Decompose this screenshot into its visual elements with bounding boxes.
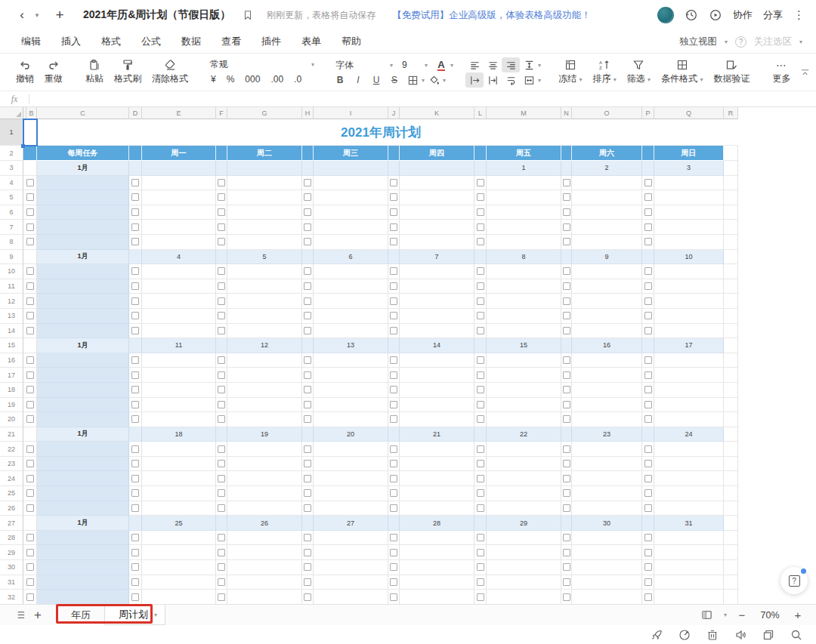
date-cell[interactable]: 18	[142, 427, 216, 442]
task-checkbox[interactable]	[26, 578, 34, 586]
grid-cell[interactable]	[400, 235, 474, 250]
text-color-caret-icon[interactable]: ▾	[450, 62, 453, 69]
grid-cell[interactable]	[388, 486, 400, 501]
grid-cell[interactable]	[37, 412, 129, 427]
task-checkbox[interactable]	[26, 460, 34, 467]
grid-cell[interactable]	[142, 575, 216, 590]
grid-cell[interactable]	[654, 294, 724, 309]
grid-cell[interactable]	[642, 250, 654, 265]
row-header-6[interactable]: 6	[0, 205, 23, 220]
grid-cell[interactable]	[474, 309, 487, 324]
grid-cell[interactable]	[724, 383, 738, 398]
task-checkbox[interactable]	[131, 549, 139, 556]
task-checkbox[interactable]	[131, 179, 139, 186]
task-checkbox[interactable]	[131, 534, 139, 541]
grid-cell[interactable]	[129, 442, 142, 457]
task-checkbox[interactable]	[218, 282, 225, 290]
column-header-P[interactable]: P	[642, 107, 654, 119]
task-checkbox[interactable]	[563, 475, 570, 482]
task-checkbox[interactable]	[390, 460, 397, 467]
grid-cell[interactable]	[572, 235, 642, 250]
date-cell[interactable]: 7	[400, 250, 474, 265]
grid-cell[interactable]	[642, 368, 654, 383]
grid-cell[interactable]	[302, 531, 314, 546]
help-fab-button[interactable]: ?	[780, 567, 808, 594]
grid-cell[interactable]	[388, 398, 400, 413]
date-cell[interactable]: 30	[572, 516, 642, 531]
grid-cell[interactable]	[23, 190, 37, 205]
task-checkbox[interactable]	[218, 371, 225, 379]
column-header-N[interactable]: N	[561, 107, 572, 119]
row-header-27[interactable]: 27	[0, 516, 23, 531]
grid-cell[interactable]	[314, 161, 388, 176]
task-checkbox[interactable]	[26, 223, 34, 231]
grid-cell[interactable]	[474, 516, 487, 531]
date-cell[interactable]: 5	[227, 250, 302, 265]
grid-cell[interactable]	[23, 427, 37, 442]
grid-cell[interactable]	[572, 353, 642, 368]
freeze-button[interactable]: 冻结 ▾	[553, 55, 587, 89]
task-checkbox[interactable]	[390, 475, 397, 482]
grid-cell[interactable]	[216, 235, 227, 250]
task-checkbox[interactable]	[390, 386, 397, 393]
grid-cell[interactable]	[724, 457, 738, 472]
sheet-list-icon[interactable]	[11, 607, 29, 624]
task-checkbox[interactable]	[644, 179, 652, 186]
task-checkbox[interactable]	[477, 578, 484, 586]
grid-cell[interactable]	[216, 338, 227, 353]
weekday-header-cell[interactable]: 周五	[487, 146, 561, 161]
row-header-16[interactable]: 16	[0, 353, 23, 368]
menu-help[interactable]: 帮助	[342, 35, 361, 48]
grid-cell[interactable]	[388, 324, 400, 339]
grid-cell[interactable]	[474, 590, 487, 604]
promo-link[interactable]: 【免费试用】企业高级版，体验表格高级功能！	[392, 9, 591, 22]
grid-cell[interactable]	[642, 545, 654, 560]
grid-cell[interactable]	[23, 250, 37, 265]
month-cell[interactable]: 1月	[37, 161, 129, 176]
grid-cell[interactable]	[561, 176, 572, 191]
grid-cell[interactable]	[642, 486, 654, 501]
align-right-button[interactable]	[502, 57, 520, 72]
task-checkbox[interactable]	[26, 208, 34, 216]
grid-cell[interactable]	[487, 176, 561, 191]
formula-input[interactable]	[29, 91, 816, 106]
font-family-dropdown[interactable]: 字体▾	[331, 59, 397, 72]
grid-cell[interactable]	[561, 220, 572, 235]
task-checkbox[interactable]	[218, 179, 225, 186]
row-header-12[interactable]: 12	[0, 294, 23, 309]
task-checkbox[interactable]	[563, 593, 570, 601]
grid-cell[interactable]	[487, 264, 561, 279]
row-header-23[interactable]: 23	[0, 457, 23, 472]
grid-cell[interactable]	[129, 531, 142, 546]
task-checkbox[interactable]	[131, 489, 139, 497]
menu-data[interactable]: 数据	[181, 35, 201, 48]
task-checkbox[interactable]	[644, 356, 652, 364]
grid-cell[interactable]	[302, 412, 314, 427]
grid-cell[interactable]	[216, 250, 227, 265]
grid-cell[interactable]	[314, 220, 388, 235]
grid-cell[interactable]	[37, 324, 129, 339]
grid-cell[interactable]	[388, 264, 400, 279]
row-header-20[interactable]: 20	[0, 412, 23, 427]
grid-cell[interactable]	[474, 457, 487, 472]
task-checkbox[interactable]	[644, 401, 652, 408]
grid-cell[interactable]	[654, 235, 724, 250]
grid-cell[interactable]	[388, 353, 400, 368]
grid-cell[interactable]	[216, 590, 227, 604]
grid-cell[interactable]	[227, 545, 302, 560]
grid-cell[interactable]	[572, 383, 642, 398]
task-checkbox[interactable]	[304, 445, 311, 453]
tab-week-plan[interactable]: 周计划 ▾	[104, 605, 165, 625]
grid-cell[interactable]	[302, 161, 314, 176]
column-header-H[interactable]: H	[302, 107, 314, 119]
grid-cell[interactable]	[561, 590, 572, 604]
weekday-header-cell[interactable]: 周二	[227, 146, 302, 161]
grid-cell[interactable]	[487, 309, 561, 324]
grid-cell[interactable]	[129, 235, 142, 250]
grid-cell[interactable]	[216, 442, 227, 457]
grid-cell[interactable]	[142, 471, 216, 486]
currency-button[interactable]: ¥	[206, 74, 221, 85]
grid-cell[interactable]	[572, 457, 642, 472]
task-checkbox[interactable]	[131, 267, 139, 275]
header-spacer-cell[interactable]	[474, 146, 487, 161]
